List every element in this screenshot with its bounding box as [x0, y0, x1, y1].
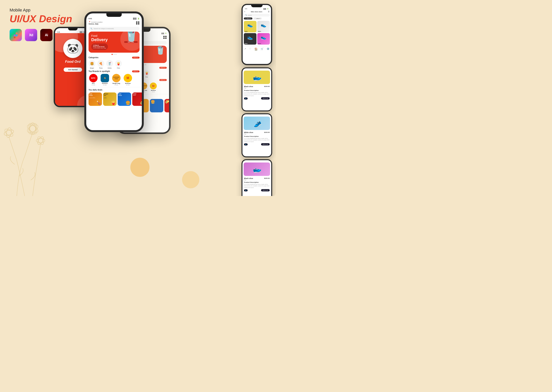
white-shoe-twitter-icon[interactable]: 🐦 — [244, 143, 248, 146]
nav-heart-icon[interactable]: ♡ — [249, 48, 251, 50]
categories-title: Categories — [88, 56, 99, 59]
nav-settings-icon[interactable]: ⚙️ — [267, 48, 269, 50]
white-shoe-name: White shoe — [244, 132, 253, 133]
kfc-time: 35 MIN — [91, 84, 95, 85]
pizza-icon: 🍕 — [97, 60, 104, 67]
promo-pill: 14 March Free Cold Drink For All Orders … — [91, 43, 108, 50]
food-header: 📍 Current Location Venice, Italy — [86, 20, 142, 26]
purple-shoe-twitter-icon[interactable]: 🐦 — [244, 189, 248, 191]
brands-row: KFC KFC 35 MIN 🍕 Dominos 35 MIN BURGER K… — [86, 73, 142, 86]
hero-banner: Food Delivery 14 March Free Cold Drink F… — [88, 32, 139, 53]
white-shoe-image: 👟 — [244, 117, 270, 130]
svg-point-14 — [36, 136, 44, 146]
svg-point-11 — [36, 138, 45, 143]
pizza-label: Pizza — [99, 67, 102, 69]
dominos-logo: 🍕 — [101, 74, 109, 82]
deal-2[interactable]: BurgerSet 20% 🍟 — [103, 92, 116, 106]
nike-back-btn[interactable]: < — [244, 11, 245, 13]
nike-black-shoe-screen: 👟 Black shoe Tier $220.00 Product Descri… — [242, 68, 271, 111]
nike-card-1[interactable]: 👟 $220+ — [244, 21, 256, 32]
splash-time: 9:41 — [57, 31, 60, 33]
nav-cart-icon[interactable]: 🛒 — [261, 48, 263, 50]
burger-king-time: 35 MIN — [114, 84, 118, 85]
burger-king-logo: BURGER KING — [112, 74, 121, 82]
hero-title: Food — [91, 34, 137, 37]
nike-phone-black-shoe: 👟 Black shoe Tier $220.00 Product Descri… — [241, 67, 272, 112]
dot-3 — [115, 54, 116, 55]
black-shoe-twitter-icon[interactable]: 🐦 — [244, 98, 248, 99]
nike-product-grid: 👟 $220+ 👟 $220+ 👟 $220+ 👟 $220+ — [243, 20, 271, 45]
svg-point-8 — [6, 127, 12, 138]
location-label: Current Location — [91, 21, 102, 23]
nike-search-placeholder: search — [248, 14, 252, 16]
purple-shoe-price: $220.00 — [264, 177, 270, 179]
svg-point-12 — [36, 136, 44, 146]
black-shoe-add-to-cart[interactable]: Add to cart — [261, 97, 270, 99]
kfc-name: KFC — [92, 83, 95, 84]
search-bar[interactable]: 🔍 Search for shops & resturents — [88, 27, 139, 30]
purple-shoe-add-to-cart[interactable]: Add to cart — [261, 189, 270, 191]
nike-card-2[interactable]: 👟 $220+ — [257, 21, 270, 32]
deal-4[interactable]: FOODFAST 🌮 — [132, 92, 142, 106]
categories-view-all[interactable]: VIEW ALL — [132, 57, 139, 59]
right-phones-section: 9:41 ▌▌▌🔋 < Nike shoe store ☰ 🔍 search B… — [241, 4, 272, 196]
xd-icon: Xd — [25, 29, 37, 41]
category-burger[interactable]: 🍔 Barger — [88, 60, 95, 69]
svg-point-19 — [16, 35, 18, 36]
black-shoe-desc-title: Product Description — [244, 90, 270, 91]
dot-2 — [113, 54, 115, 55]
search-placeholder: Search for shops & resturents — [94, 28, 114, 29]
nav-share-icon[interactable]: ↗ — [244, 48, 246, 50]
brands-view-all[interactable]: VIEW ALL — [132, 70, 139, 72]
brand-mcdonalds[interactable]: M Mcdonal 35 MIN — [123, 74, 133, 85]
nike-main-screen: 9:41 ▌▌▌🔋 < Nike shoe store ☰ 🔍 search B… — [243, 5, 271, 64]
nike-card-3[interactable]: 👟 $220+ — [244, 33, 256, 45]
search-icon: 🔍 — [90, 28, 92, 29]
svg-rect-17 — [14, 36, 15, 38]
svg-point-7 — [3, 128, 14, 138]
nike-menu-icon[interactable]: ☰ — [268, 11, 269, 13]
brand-dominos[interactable]: 🍕 Dominos 35 MIN — [100, 74, 110, 85]
get-started-btn[interactable]: Get Started — [64, 68, 82, 72]
deal-3[interactable]: FastFood 🍔 — [118, 92, 131, 106]
white-shoe-desc-title: Product Description — [244, 135, 270, 137]
status-icons: ▌▌▌🔋 — [133, 18, 139, 20]
deals-header: You daily deals — [86, 88, 142, 92]
nike-card-4[interactable]: 👟 $220+ — [257, 33, 270, 45]
splash-app-name: Food Ord — [65, 60, 81, 64]
nike-phone-white-shoe: 👟 White shoe Tier $220.00 Product Descri… — [241, 113, 272, 157]
brands-header: Top Brands in spotlight VIEW ALL — [86, 70, 142, 73]
nike-search-bar[interactable]: 🔍 search — [244, 14, 270, 16]
categories-header: Categories VIEW ALL — [86, 56, 142, 59]
brands-title: Top Brands in spotlight — [88, 70, 110, 72]
brand-burger-king[interactable]: BURGER KING Burger king 35 MIN — [112, 74, 121, 85]
nike-store-title: Nike shoe store — [251, 11, 262, 13]
white-shoe-add-to-cart[interactable]: Add to cart — [261, 143, 270, 146]
brand-kfc[interactable]: KFC KFC 35 MIN — [88, 74, 98, 85]
purple-shoe-name: Black shoe — [244, 177, 253, 179]
purple-shoe-image: 👟 — [244, 162, 270, 176]
filter-black[interactable]: Black ✕ — [244, 17, 252, 20]
menu-grid-icon[interactable] — [136, 21, 139, 25]
food-app-screen: 9:41 ▌▌▌🔋 📍 Current Location Venice, Ita… — [86, 14, 142, 130]
location-pin-icon: 📍 — [88, 21, 91, 23]
svg-rect-15 — [14, 33, 15, 35]
nike-small-phones: 👟 Black shoe Tier $220.00 Product Descri… — [241, 67, 272, 196]
deal-1[interactable]: FastFood Special Offers 🍗 — [88, 92, 102, 106]
figma-icon — [10, 29, 22, 41]
svg-point-0 — [26, 123, 39, 134]
svg-rect-16 — [14, 35, 15, 36]
nav-home-icon[interactable]: 🏠 — [254, 48, 258, 50]
hero-subtitle: Delivery — [91, 37, 137, 42]
purple-shoe-desc-title: Product Description — [244, 182, 270, 183]
deals-row: FastFood Special Offers 🍗 BurgerSet 20% … — [86, 92, 142, 107]
nike-phone-purple-shoe: 👟 Black shoe Tier $220.00 Product Descri… — [241, 159, 272, 196]
dominos-time: 35 MIN — [103, 84, 107, 85]
filter-white[interactable]: white ✕ — [253, 17, 262, 20]
svg-point-2 — [30, 123, 36, 134]
category-drinks[interactable]: 🥤 Drinks — [106, 60, 113, 69]
category-fries[interactable]: 🍟 Fries — [115, 60, 122, 69]
purple-shoe-info: Black shoe Tier $220.00 Product Descript… — [242, 177, 271, 192]
category-pizza[interactable]: 🍕 Pizza — [97, 60, 104, 69]
svg-point-1 — [26, 123, 39, 134]
